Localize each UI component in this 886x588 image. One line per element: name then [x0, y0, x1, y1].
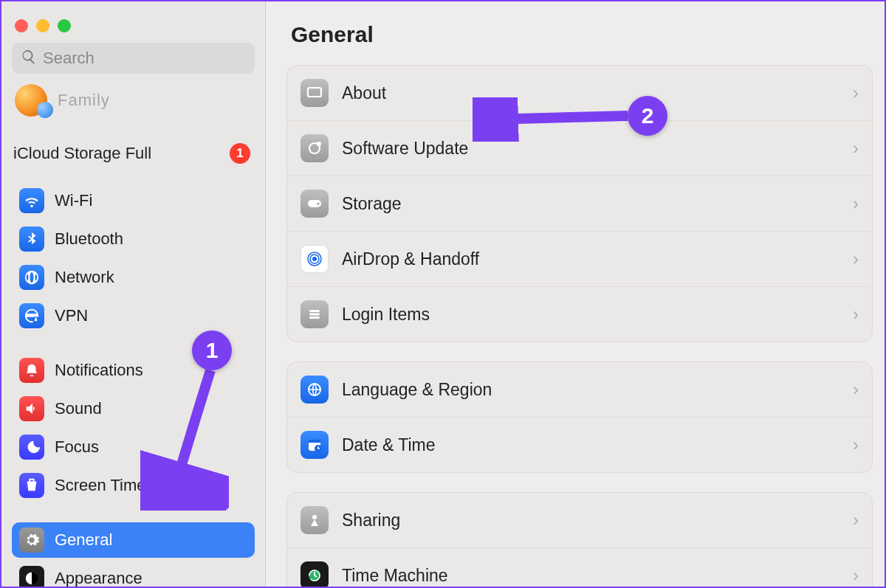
- annotation-step-1-badge: 1: [192, 331, 232, 370]
- svg-point-6: [312, 257, 317, 261]
- chevron-right-icon: ›: [853, 138, 859, 159]
- row-label: Date & Time: [342, 435, 839, 455]
- svg-point-3: [317, 142, 321, 146]
- svg-point-5: [317, 202, 319, 204]
- row-sharing[interactable]: Sharing ›: [287, 493, 872, 548]
- appearance-icon: [19, 566, 44, 588]
- sidebar-item-vpn[interactable]: VPN: [12, 298, 255, 333]
- sidebar-item-wifi[interactable]: Wi-Fi: [12, 183, 255, 218]
- date-time-icon: [301, 431, 329, 459]
- search-input[interactable]: [43, 49, 246, 68]
- family-avatar-icon: [15, 84, 47, 117]
- sound-icon: [19, 396, 44, 421]
- login-items-icon: [301, 300, 329, 328]
- chevron-right-icon: ›: [853, 565, 859, 586]
- minimize-button[interactable]: [36, 19, 49, 32]
- svg-rect-10: [309, 314, 320, 316]
- time-machine-icon: [301, 561, 329, 587]
- sidebar-label: Sound: [55, 399, 102, 418]
- focus-icon: [19, 435, 44, 460]
- wifi-icon: [19, 188, 44, 213]
- storage-badge: 1: [230, 143, 250, 164]
- sidebar-label: Bluetooth: [55, 229, 123, 249]
- sidebar-label: Appearance: [55, 569, 142, 588]
- row-label: AirDrop & Handoff: [342, 249, 839, 269]
- chevron-right-icon: ›: [853, 193, 859, 214]
- svg-rect-14: [309, 440, 320, 443]
- svg-point-16: [312, 515, 317, 519]
- sidebar-item-bluetooth[interactable]: Bluetooth: [12, 221, 255, 257]
- airdrop-icon: [301, 245, 329, 273]
- sidebar-label: Screen Time: [55, 476, 146, 495]
- sidebar-label: VPN: [55, 306, 88, 325]
- row-label: Language & Region: [342, 380, 839, 400]
- sidebar-label: Network: [55, 268, 114, 287]
- chevron-right-icon: ›: [853, 304, 859, 325]
- about-icon: [301, 79, 329, 107]
- close-button[interactable]: [15, 19, 28, 32]
- general-icon: [19, 528, 44, 553]
- search-icon: [21, 49, 37, 68]
- row-label: Sharing: [342, 511, 839, 530]
- notifications-icon: [19, 358, 44, 383]
- storage-label: iCloud Storage Full: [13, 144, 151, 163]
- sidebar-label: Wi-Fi: [55, 191, 92, 210]
- settings-group-3: Sharing › Time Machine ›: [286, 492, 873, 587]
- row-date-time[interactable]: Date & Time ›: [287, 418, 872, 472]
- sidebar-label: Notifications: [55, 361, 143, 380]
- sidebar-label: Focus: [55, 437, 99, 457]
- settings-window: Family iCloud Storage Full 1 Wi-Fi Bluet…: [1, 1, 885, 587]
- language-region-icon: [301, 376, 329, 404]
- svg-rect-9: [309, 310, 320, 312]
- row-storage[interactable]: Storage ›: [287, 176, 872, 232]
- row-airdrop-handoff[interactable]: AirDrop & Handoff ›: [287, 232, 872, 287]
- bluetooth-icon: [19, 226, 44, 252]
- window-controls: [12, 10, 255, 43]
- chevron-right-icon: ›: [853, 510, 859, 530]
- search-field[interactable]: [12, 43, 255, 74]
- page-title: General: [291, 22, 873, 47]
- maximize-button[interactable]: [58, 19, 71, 32]
- row-label: Storage: [342, 194, 839, 214]
- software-update-icon: [301, 134, 329, 162]
- sidebar-item-appearance[interactable]: Appearance: [12, 561, 255, 588]
- network-icon: [19, 265, 44, 290]
- sidebar: Family iCloud Storage Full 1 Wi-Fi Bluet…: [1, 1, 266, 587]
- chevron-right-icon: ›: [853, 435, 859, 455]
- sharing-icon: [301, 506, 329, 534]
- sidebar-item-family[interactable]: Family: [12, 81, 255, 127]
- chevron-right-icon: ›: [853, 379, 859, 400]
- row-time-machine[interactable]: Time Machine ›: [287, 548, 872, 587]
- storage-icon: [301, 190, 329, 218]
- svg-rect-11: [309, 317, 320, 319]
- settings-group-2: Language & Region › Date & Time ›: [286, 362, 873, 473]
- sidebar-item-general[interactable]: General: [12, 522, 255, 558]
- vpn-icon: [19, 303, 44, 328]
- chevron-right-icon: ›: [853, 249, 859, 269]
- family-label: Family: [58, 91, 110, 110]
- row-label: Login Items: [342, 305, 839, 325]
- row-language-region[interactable]: Language & Region ›: [287, 362, 872, 418]
- sidebar-item-network[interactable]: Network: [12, 260, 255, 295]
- row-login-items[interactable]: Login Items ›: [287, 287, 872, 342]
- sidebar-item-icloud-storage[interactable]: iCloud Storage Full 1: [12, 127, 255, 180]
- row-label: Time Machine: [342, 566, 839, 586]
- chevron-right-icon: ›: [853, 83, 859, 103]
- sidebar-label: General: [55, 530, 112, 550]
- screen-time-icon: [19, 473, 44, 498]
- main-pane: General About › Software Update › Storag…: [266, 1, 885, 587]
- annotation-step-2-badge: 2: [628, 96, 667, 136]
- annotation-step-1-arrow: [140, 363, 229, 511]
- svg-rect-1: [308, 88, 321, 97]
- annotation-step-2-arrow: [473, 97, 635, 142]
